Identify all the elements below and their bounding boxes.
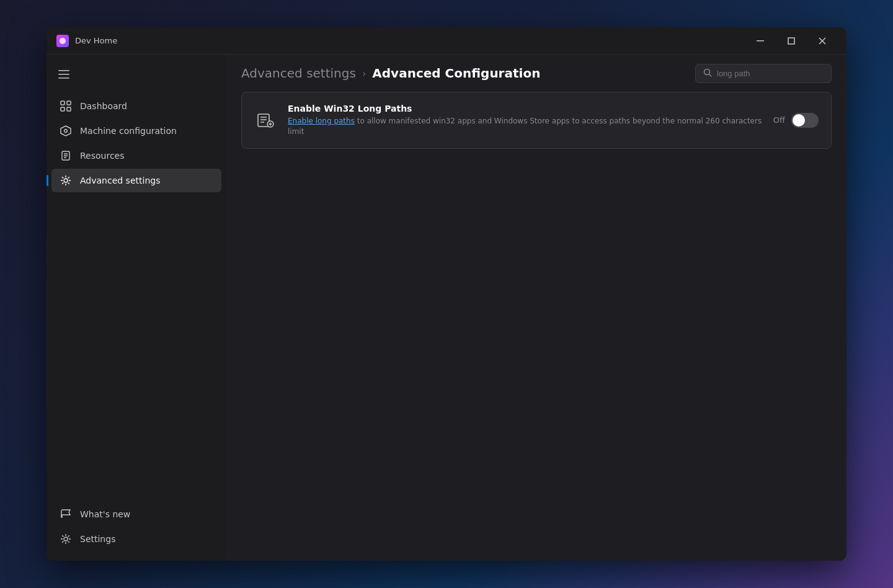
svg-point-0 xyxy=(60,38,66,44)
content-area: Advanced settings › Advanced Configurati… xyxy=(226,55,846,561)
sidebar-item-settings-label: Settings xyxy=(80,534,115,544)
sidebar-item-machine-label: Machine configuration xyxy=(80,126,177,136)
svg-rect-8 xyxy=(61,101,64,105)
svg-rect-6 xyxy=(58,74,69,75)
svg-rect-11 xyxy=(67,107,71,111)
search-input[interactable] xyxy=(717,69,824,78)
toggle-switch[interactable] xyxy=(791,113,819,128)
setting-info: Enable Win32 Long Paths Enable long path… xyxy=(288,104,762,137)
sidebar-item-dashboard-label: Dashboard xyxy=(80,101,127,111)
content-header: Advanced settings › Advanced Configurati… xyxy=(226,55,846,92)
sidebar-item-machine-configuration[interactable]: Machine configuration xyxy=(51,119,221,143)
settings-icon xyxy=(60,533,71,545)
setting-desc: Enable long paths to allow manifested wi… xyxy=(288,116,762,137)
setting-title: Enable Win32 Long Paths xyxy=(288,104,762,114)
toggle-label: Off xyxy=(773,115,785,125)
minimize-button[interactable] xyxy=(746,31,775,51)
svg-marker-12 xyxy=(61,126,71,136)
titlebar: Dev Home xyxy=(47,27,846,55)
search-box[interactable] xyxy=(695,64,832,83)
sidebar-item-dashboard[interactable]: Dashboard xyxy=(51,94,221,118)
dashboard-icon xyxy=(60,100,71,112)
svg-rect-9 xyxy=(67,101,71,105)
toggle-thumb xyxy=(793,114,805,127)
svg-point-17 xyxy=(64,179,68,182)
search-icon xyxy=(703,68,712,79)
close-button[interactable] xyxy=(808,31,837,51)
resources-icon xyxy=(60,150,71,161)
svg-point-18 xyxy=(64,537,68,541)
svg-point-13 xyxy=(64,130,68,133)
content-body: Enable Win32 Long Paths Enable long path… xyxy=(226,92,846,561)
setting-link[interactable]: Enable long paths xyxy=(288,117,355,125)
hamburger-button[interactable] xyxy=(51,62,76,87)
setting-icon xyxy=(254,109,277,131)
win32-long-paths-card: Enable Win32 Long Paths Enable long path… xyxy=(241,92,832,149)
maximize-button[interactable] xyxy=(777,31,806,51)
app-title: Dev Home xyxy=(75,36,117,45)
breadcrumb-parent[interactable]: Advanced settings xyxy=(241,66,356,81)
setting-control: Off xyxy=(773,113,819,128)
svg-line-20 xyxy=(709,74,712,76)
app-icon xyxy=(56,35,69,47)
sidebar-item-settings[interactable]: Settings xyxy=(51,527,221,551)
main-layout: Dashboard Machine configuration xyxy=(47,55,846,561)
svg-rect-7 xyxy=(58,78,69,79)
sidebar-item-whats-new[interactable]: What's new xyxy=(51,502,221,526)
breadcrumb: Advanced settings › Advanced Configurati… xyxy=(241,66,540,81)
svg-rect-10 xyxy=(61,107,64,111)
sidebar-item-resources-label: Resources xyxy=(80,151,125,161)
sidebar-item-whats-new-label: What's new xyxy=(80,509,130,519)
svg-rect-1 xyxy=(757,40,764,42)
whats-new-icon xyxy=(60,509,71,520)
nav-items: Dashboard Machine configuration xyxy=(47,94,226,497)
advanced-settings-icon xyxy=(60,175,71,186)
sidebar-item-resources[interactable]: Resources xyxy=(51,144,221,167)
sidebar: Dashboard Machine configuration xyxy=(47,55,226,561)
app-window: Dev Home xyxy=(47,27,846,561)
sidebar-bottom: What's new Settings xyxy=(47,497,226,556)
sidebar-item-advanced-settings[interactable]: Advanced settings xyxy=(51,169,221,192)
titlebar-left: Dev Home xyxy=(56,35,117,47)
svg-rect-2 xyxy=(788,38,794,44)
breadcrumb-current: Advanced Configuration xyxy=(372,66,540,81)
titlebar-controls xyxy=(746,31,837,51)
sidebar-item-advanced-settings-label: Advanced settings xyxy=(80,176,160,185)
setting-desc-text: to allow manifested win32 apps and Windo… xyxy=(288,117,762,136)
svg-rect-5 xyxy=(58,70,69,71)
machine-configuration-icon xyxy=(60,125,71,136)
breadcrumb-separator: › xyxy=(362,68,366,79)
